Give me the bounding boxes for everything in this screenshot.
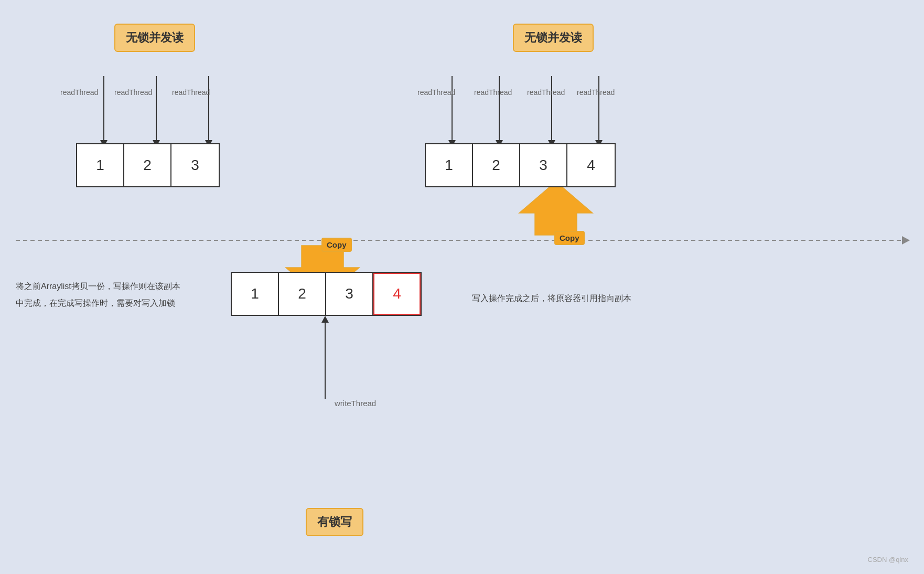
bottom-cell-2: 2 bbox=[279, 273, 326, 315]
bottom-cell-1: 1 bbox=[232, 273, 279, 315]
svg-marker-17 bbox=[519, 182, 593, 235]
right-cell-4: 4 bbox=[567, 144, 615, 186]
copy-label-left: Copy bbox=[321, 238, 352, 252]
write-thread-label: writeThread bbox=[335, 399, 376, 408]
left-cell-2: 2 bbox=[124, 144, 171, 186]
right-cell-1: 1 bbox=[426, 144, 473, 186]
right-array: 1 2 3 4 bbox=[425, 143, 616, 187]
right-label-box: 无锁并发读 bbox=[513, 24, 594, 52]
copy-label-right: Copy bbox=[554, 231, 585, 245]
left-thread-3: readThread bbox=[172, 88, 210, 97]
right-cell-2: 2 bbox=[473, 144, 520, 186]
svg-marker-1 bbox=[902, 236, 910, 245]
bottom-label-box: 有锁写 bbox=[306, 508, 363, 536]
left-thread-1: readThread bbox=[60, 88, 98, 97]
bottom-cell-4: 4 bbox=[373, 273, 421, 315]
right-thread-4: readThread bbox=[577, 88, 615, 97]
bottom-array: 1 2 3 4 bbox=[231, 272, 422, 316]
right-thread-2: readThread bbox=[474, 88, 512, 97]
svg-marker-19 bbox=[321, 316, 329, 323]
bottom-cell-3: 3 bbox=[326, 273, 373, 315]
left-cell-1: 1 bbox=[77, 144, 124, 186]
right-cell-3: 3 bbox=[520, 144, 567, 186]
left-label-box: 无锁并发读 bbox=[114, 24, 195, 52]
right-thread-3: readThread bbox=[527, 88, 565, 97]
left-text-block: 将之前Arraylist拷贝一份，写操作则在该副本中完成，在完成写操作时，需要对… bbox=[16, 278, 180, 312]
right-thread-1: readThread bbox=[417, 88, 455, 97]
watermark: CSDN @qinx bbox=[868, 556, 909, 564]
left-array: 1 2 3 bbox=[76, 143, 220, 187]
right-text-block: 写入操作完成之后，将原容器引用指向副本 bbox=[472, 291, 631, 306]
left-thread-2: readThread bbox=[114, 88, 152, 97]
left-cell-3: 3 bbox=[171, 144, 219, 186]
diagram-container: 无锁并发读 无锁并发读 有锁写 readThread readThread re… bbox=[0, 0, 924, 574]
